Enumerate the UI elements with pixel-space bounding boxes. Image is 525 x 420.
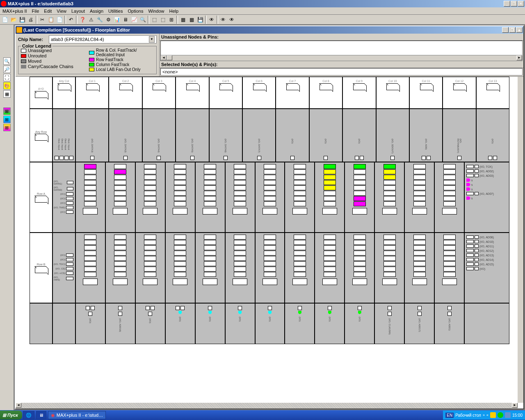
- mdi-maximize-button[interactable]: ▲: [516, 27, 523, 33]
- tool13-icon[interactable]: 💾: [196, 16, 204, 24]
- selected-value: <none>: [160, 68, 523, 75]
- minimize-button[interactable]: _: [504, 1, 510, 7]
- menu-utilities[interactable]: Utilities: [106, 8, 125, 14]
- tool14-icon[interactable]: 👁: [208, 16, 216, 24]
- lang-indicator[interactable]: EN: [445, 413, 454, 418]
- menu-assign[interactable]: Assign: [87, 8, 106, 14]
- title-bar: MAX+plus II - e:\student\atlab3 _ ❐ ✕: [0, 0, 525, 7]
- selected-header: Selected Node(s) & Pin(s):: [160, 61, 523, 68]
- fit-icon[interactable]: ⛶: [3, 74, 11, 81]
- mdi-titlebar: (Last Compilation [Successful]) - Floorp…: [16, 26, 523, 34]
- tool12-icon[interactable]: ▦: [187, 16, 196, 24]
- legend-title: Color Legend: [21, 43, 52, 48]
- tool8-icon[interactable]: ⬚: [150, 16, 158, 24]
- print-icon[interactable]: 🖨: [27, 16, 35, 24]
- chip-value: atlab3 (EPF8282ALC84-4): [51, 37, 104, 42]
- tray-icon-3[interactable]: [505, 412, 511, 418]
- title-text: MAX+plus II - e:\student\atlab3: [8, 1, 504, 6]
- unassigned-list[interactable]: ◄►: [160, 41, 523, 61]
- tool16-icon[interactable]: 👁: [228, 16, 236, 24]
- chevron-down-icon[interactable]: ▼: [149, 36, 155, 43]
- menu-maxplus[interactable]: MAX+plus II: [1, 8, 30, 14]
- desktop-label[interactable]: Рабочий стол: [455, 413, 481, 418]
- compile-icon[interactable]: ⚠: [87, 16, 95, 24]
- scroll-right-icon[interactable]: ►: [516, 55, 522, 60]
- cut-icon[interactable]: ✂: [38, 16, 46, 24]
- color-legend: Color Legend UnassignedUnroutedMovedCarr…: [18, 46, 157, 74]
- floorplan-icon: [16, 27, 22, 33]
- unassigned-header: Unassigned Nodes & Pins:: [160, 34, 523, 41]
- tool7-icon[interactable]: 🔍: [139, 16, 147, 24]
- tool10-icon[interactable]: ⊞: [167, 16, 176, 24]
- route1-icon[interactable]: ⊞: [3, 107, 11, 115]
- tool2-icon[interactable]: 🔧: [96, 16, 104, 24]
- taskbar-ie-button[interactable]: 🌐: [23, 411, 34, 419]
- menu-options[interactable]: Options: [125, 8, 146, 14]
- menu-layout[interactable]: Layout: [69, 8, 87, 14]
- floorplan-window: (Last Compilation [Successful]) - Floorp…: [15, 25, 524, 409]
- mdi-title-text: (Last Compilation [Successful]) - Floorp…: [23, 27, 502, 32]
- mdi-restore-button[interactable]: ❐: [509, 27, 516, 33]
- floorplan-canvas[interactable]: A+DAny ColCol 1Col 2Col 3Col 4Col 5Col 6…: [16, 77, 523, 409]
- help-icon[interactable]: ❓: [78, 16, 87, 24]
- paste-icon[interactable]: 📄: [55, 16, 64, 24]
- mdi-minimize-button[interactable]: _: [502, 27, 509, 33]
- tool9-icon[interactable]: ⬚: [159, 16, 167, 24]
- start-button[interactable]: ⊞ Пуск: [0, 411, 22, 420]
- tool6-icon[interactable]: 📈: [130, 16, 138, 24]
- hscroll-right-icon[interactable]: ►: [512, 403, 518, 408]
- tool3-icon[interactable]: ⚙: [104, 16, 112, 24]
- route3-icon[interactable]: ⊞: [3, 124, 11, 131]
- hscroll-left-icon[interactable]: ◄: [16, 403, 21, 408]
- taskbar-app-button[interactable]: ◉ MAX+plus II - e:\stud…: [48, 411, 106, 419]
- menu-bar: MAX+plus II File Edit View Layout Assign…: [0, 7, 525, 15]
- chip-icon[interactable]: ▦: [3, 90, 11, 98]
- zoom-out-icon[interactable]: 🔎: [3, 66, 11, 73]
- app-task-icon: ◉: [51, 413, 55, 418]
- open-icon[interactable]: 📂: [9, 16, 18, 24]
- color-icon[interactable]: 🎨: [3, 82, 11, 89]
- close-button[interactable]: ✕: [518, 1, 524, 7]
- menu-view[interactable]: View: [54, 8, 69, 14]
- tool5-icon[interactable]: 🖥: [121, 16, 130, 24]
- menu-edit[interactable]: Edit: [41, 8, 54, 14]
- vertical-scrollbar[interactable]: [518, 77, 523, 403]
- new-icon[interactable]: 📄: [1, 16, 9, 24]
- chip-select[interactable]: atlab3 (EPF8282ALC84-4) ▼: [49, 35, 157, 43]
- zoom-in-icon[interactable]: 🔍: [3, 57, 11, 65]
- copy-icon[interactable]: 📋: [47, 16, 55, 24]
- tool15-icon[interactable]: 👁: [219, 16, 227, 24]
- tool11-icon[interactable]: ▦: [179, 16, 187, 24]
- tray-icon-1[interactable]: [490, 412, 496, 418]
- app-icon: [1, 1, 7, 7]
- restore-button[interactable]: ❐: [511, 1, 517, 7]
- clock[interactable]: 15:00: [512, 413, 523, 418]
- menu-window[interactable]: Window: [146, 8, 167, 14]
- taskbar: ⊞ Пуск 🌐 🖥 ◉ MAX+plus II - e:\stud… EN Р…: [0, 410, 525, 420]
- system-tray: EN Рабочий стол » « 15:00: [443, 411, 525, 420]
- undo-icon[interactable]: ↶: [67, 16, 75, 24]
- taskbar-explorer-button[interactable]: 🖥: [36, 411, 46, 419]
- horizontal-scrollbar[interactable]: ◄ ►: [16, 403, 518, 409]
- route2-icon[interactable]: ⊞: [3, 116, 11, 123]
- scroll-thumb[interactable]: [167, 55, 172, 60]
- menu-file[interactable]: File: [30, 8, 42, 14]
- tool4-icon[interactable]: 📊: [113, 16, 121, 24]
- scroll-left-icon[interactable]: ◄: [161, 55, 167, 60]
- menu-help[interactable]: Help: [167, 8, 181, 14]
- toolbar: 📄 📂 💾 🖨 ✂ 📋 📄 ↶ ❓ ⚠ 🔧 ⚙ 📊 🖥 📈 🔍 ⬚ ⬚ ⊞ ▦ …: [0, 15, 525, 25]
- windows-icon: ⊞: [2, 413, 6, 418]
- save-icon[interactable]: 💾: [18, 16, 26, 24]
- tray-icon-2[interactable]: [498, 412, 503, 418]
- left-toolbox: 🔍 🔎 ⛶ 🎨 ▦ ⊞ ⊞ ⊞: [0, 25, 14, 410]
- chip-name-label: Chip Name:: [18, 37, 49, 42]
